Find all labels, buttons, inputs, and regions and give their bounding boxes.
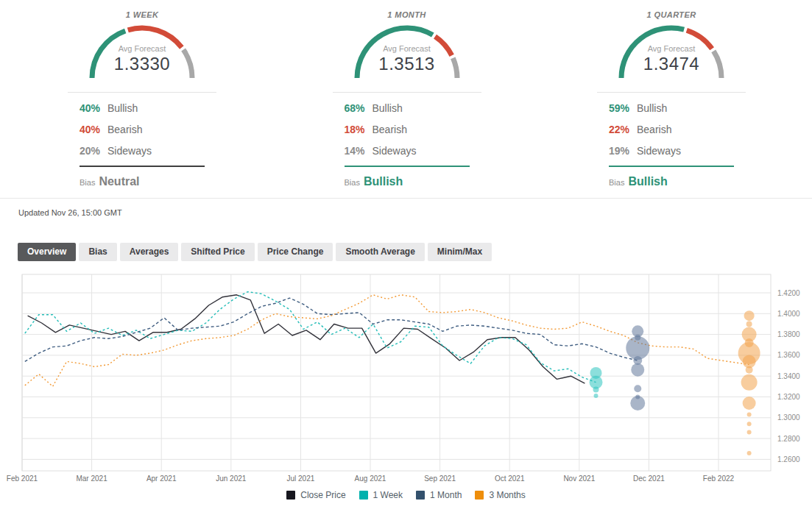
bearish-label: Bearish [107,124,142,135]
svg-text:Sep 2021: Sep 2021 [424,475,456,483]
bias-row: BiasBullish [597,167,746,188]
card-divider [597,92,746,93]
gauge-wrap: Avg Forecast 1.3474 [615,21,727,82]
sideways-row: 19% Sideways [597,141,746,162]
avg-forecast-value: 1.3513 [351,54,463,74]
gauge-wrap: Avg Forecast 1.3513 [351,21,463,82]
avg-forecast-label: Avg Forecast [86,44,198,53]
tab-smooth-average[interactable]: Smooth Average [336,243,424,261]
bias-label: Bias [80,178,95,187]
avg-forecast-value: 1.3330 [86,54,198,74]
legend-1-week[interactable]: 1 Week [359,490,403,500]
tab-minim-max[interactable]: Minim/Max [428,243,492,261]
bullish-label: Bullish [107,102,138,114]
bullish-row: 40% Bullish [68,98,216,119]
bearish-label: Bearish [637,124,671,135]
svg-text:1.4200: 1.4200 [777,289,800,297]
one-month-swatch-icon [416,491,425,500]
sideways-percent: 19% [609,145,637,157]
svg-text:Jul 2021: Jul 2021 [286,475,314,483]
svg-text:Oct 2021: Oct 2021 [495,475,525,483]
forecast-overview-chart: Feb 2021Mar 2021Apr 2021Jun 2021Jul 2021… [0,273,812,486]
avg-forecast-value: 1.3474 [615,54,727,74]
card-divider [333,92,481,93]
legend-1-month[interactable]: 1 Month [416,490,462,500]
svg-text:1.3200: 1.3200 [777,393,800,401]
legend-label: 3 Months [489,490,525,500]
forecast-period-title: 1 MONTH [333,10,481,19]
sideways-label: Sideways [107,145,152,157]
bullish-row: 68% Bullish [333,98,481,119]
tab-averages[interactable]: Averages [120,243,179,261]
forecast-period-title: 1 WEEK [68,10,216,19]
svg-text:1.3800: 1.3800 [777,330,800,338]
svg-text:Mar 2021: Mar 2021 [76,475,107,483]
svg-text:1.2600: 1.2600 [777,455,800,463]
updated-timestamp: Updated Nov 26, 15:00 GMT [0,199,812,217]
svg-text:1.3400: 1.3400 [777,372,800,380]
legend-label: Close Price [300,490,345,500]
forecast-chart-section: Feb 2021Mar 2021Apr 2021Jun 2021Jul 2021… [0,273,812,500]
sideways-percent: 20% [80,145,107,157]
tab-bias[interactable]: Bias [79,243,116,261]
svg-text:Dec 2021: Dec 2021 [633,475,665,483]
bullish-label: Bullish [637,102,667,114]
svg-text:1.3000: 1.3000 [777,413,800,422]
sideways-row: 14% Sideways [333,141,481,162]
bearish-percent: 22% [609,124,637,135]
svg-text:Aug 2021: Aug 2021 [355,475,386,483]
gauge-text: Avg Forecast 1.3330 [86,44,198,74]
bullish-percent: 40% [80,102,107,114]
legend-label: 1 Month [430,490,462,500]
bias-label: Bias [609,178,624,187]
avg-forecast-label: Avg Forecast [615,44,727,53]
chart-tabs: Overview Bias Averages Shifted Price Pri… [18,243,812,261]
card-divider [68,92,216,93]
svg-text:1.2800: 1.2800 [777,435,800,443]
sideways-label: Sideways [373,145,417,157]
forecast-summary: 1 WEEK Avg Forecast 1.3330 40% Bullish 4… [0,0,812,188]
bullish-label: Bullish [373,102,403,114]
chart-legend: Close Price 1 Week 1 Month 3 Months [0,490,812,500]
bias-row: BiasNeutral [68,167,216,188]
bearish-row: 40% Bearish [68,119,216,141]
sideways-percent: 14% [345,145,373,157]
tab-shifted-price[interactable]: Shifted Price [181,243,254,261]
legend-label: 1 Week [373,490,403,500]
bias-label: Bias [345,178,360,187]
svg-text:1.4000: 1.4000 [777,310,800,318]
bearish-label: Bearish [373,124,407,135]
forecast-period-title: 1 QUARTER [597,10,746,19]
svg-text:Feb 2021: Feb 2021 [7,475,38,483]
tab-price-change[interactable]: Price Change [258,243,333,261]
svg-text:Jun 2021: Jun 2021 [216,475,247,483]
bias-value: Bullish [628,175,667,188]
bullish-row: 59% Bullish [597,98,746,119]
svg-text:Apr 2021: Apr 2021 [146,475,177,483]
avg-forecast-label: Avg Forecast [351,44,463,53]
one-week-swatch-icon [359,491,368,500]
bearish-row: 18% Bearish [333,119,481,141]
gauge-text: Avg Forecast 1.3474 [615,44,727,74]
svg-text:1.3600: 1.3600 [777,352,800,360]
bullish-percent: 68% [345,102,373,114]
bias-value: Neutral [99,175,139,188]
bearish-row: 22% Bearish [597,119,746,141]
gauge-wrap: Avg Forecast 1.3330 [86,21,198,82]
bullish-percent: 59% [609,102,637,114]
close-price-swatch-icon [286,491,295,500]
sideways-row: 20% Sideways [68,141,216,162]
forecast-card-1-month: 1 MONTH Avg Forecast 1.3513 68% Bullish … [333,7,481,188]
forecast-card-1-quarter: 1 QUARTER Avg Forecast 1.3474 59% Bullis… [597,7,746,188]
bearish-percent: 18% [345,124,373,135]
legend-close-price[interactable]: Close Price [286,490,345,500]
svg-text:Feb 2022: Feb 2022 [703,475,735,483]
three-months-swatch-icon [475,491,484,500]
gauge-text: Avg Forecast 1.3513 [351,44,463,74]
forecast-card-1-week: 1 WEEK Avg Forecast 1.3330 40% Bullish 4… [68,7,216,188]
svg-text:Nov 2021: Nov 2021 [563,475,595,483]
sideways-label: Sideways [637,145,681,157]
bias-value: Bullish [364,175,403,188]
legend-3-months[interactable]: 3 Months [475,490,525,500]
tab-overview[interactable]: Overview [18,243,76,261]
